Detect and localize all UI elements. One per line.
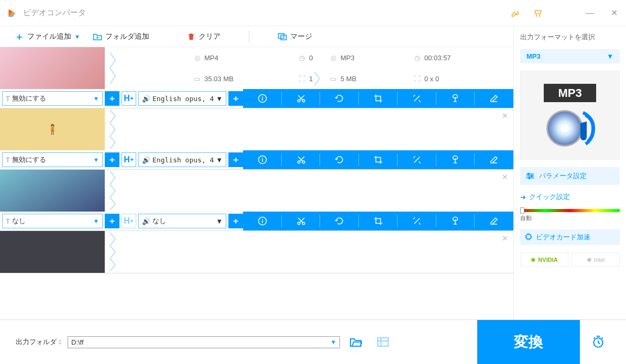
src-res: 1920 x 1080	[309, 75, 313, 83]
svg-text:i: i	[261, 218, 263, 224]
gpu-label: ビデオカード加速	[536, 233, 590, 242]
info-icon[interactable]: i	[243, 212, 282, 230]
chevron-down-icon: ▼	[93, 95, 99, 102]
item-controls: T無効にする▼ ＋ H✦ 🔊English opus, 48k▼ ＋ i	[0, 150, 513, 169]
add-audio-button[interactable]: ＋	[228, 91, 243, 106]
quality-value: 自動	[520, 214, 620, 222]
remove-item-button[interactable]: ✕	[502, 234, 508, 242]
folder-plus-icon	[93, 32, 102, 41]
parameters-button[interactable]: パラメータ設定	[520, 167, 620, 185]
app-logo-icon	[6, 7, 18, 19]
parameters-label: パラメータ設定	[539, 171, 587, 181]
info-icon[interactable]: i	[243, 89, 282, 108]
subtitle-value: なし	[12, 216, 91, 226]
edit-icon[interactable]	[475, 212, 513, 230]
clear-button[interactable]: クリア	[183, 30, 225, 43]
vendor-intel[interactable]: ◉Intel	[572, 252, 620, 267]
remove-item-button[interactable]: ✕	[502, 112, 508, 120]
list-item[interactable]: 元ファイル：Fujii Kaze - Kirari (Off... 出力ファイル…	[0, 231, 513, 273]
app-title: ビデオコンバータ	[23, 8, 511, 18]
subtitle-select[interactable]: T無効にする▼	[2, 152, 103, 167]
out-duration: 00:03:57	[424, 54, 451, 62]
window-close[interactable]: ✕	[609, 6, 620, 20]
chevron-down-icon: ▼	[93, 218, 99, 224]
svg-text:i: i	[261, 157, 263, 163]
effects-icon[interactable]	[398, 150, 436, 169]
subtitle-settings-button[interactable]: H✦	[122, 152, 136, 167]
audio-value: English opus, 48k	[152, 156, 214, 164]
add-file-button[interactable]: ＋ ファイル追加 ▼	[10, 28, 84, 45]
key-icon[interactable]	[511, 8, 521, 18]
info-icon[interactable]: i	[243, 150, 282, 169]
list-button[interactable]	[371, 337, 394, 347]
gpu-accel-button[interactable]: ビデオカード加速	[520, 229, 620, 245]
rotate-icon[interactable]	[320, 150, 359, 169]
format-select[interactable]: MP3 ▼	[520, 49, 620, 63]
slider-knob[interactable]	[520, 207, 524, 214]
arrow-icon: ➜	[520, 193, 526, 201]
crop-icon[interactable]	[359, 150, 398, 169]
timer-button[interactable]	[586, 335, 610, 349]
watermark-icon[interactable]	[436, 212, 475, 230]
effects-icon[interactable]	[398, 89, 436, 108]
add-subtitle-button[interactable]: ＋	[105, 214, 119, 228]
vendor-nvidia[interactable]: ◉NVIDIA	[520, 252, 568, 267]
remove-item-button[interactable]: ✕	[502, 173, 508, 181]
sidebar: 出力フォーマットを選択 MP3 ▼ MP3 パラメータ設定 ➜ クイック設定	[513, 26, 626, 319]
cart-icon[interactable]	[533, 8, 543, 18]
cut-icon[interactable]	[282, 89, 321, 108]
edit-icon[interactable]	[475, 89, 513, 108]
chevron-down-icon: ▼	[607, 52, 613, 60]
audio-select[interactable]: 🔊English opus, 48k▼	[138, 152, 226, 167]
rotate-icon[interactable]	[320, 212, 359, 230]
effects-icon[interactable]	[398, 212, 436, 230]
cut-icon[interactable]	[282, 150, 321, 169]
folder-icon: ▭	[193, 75, 201, 83]
plus-icon: ＋	[15, 30, 24, 43]
edit-icon[interactable]	[475, 150, 513, 169]
svg-rect-22	[526, 235, 531, 239]
rotate-icon[interactable]	[320, 89, 359, 108]
svg-point-18	[561, 124, 569, 133]
format-icon: ◎	[193, 54, 201, 62]
add-subtitle-button[interactable]: ＋	[105, 91, 119, 106]
add-audio-button[interactable]: ＋	[228, 214, 243, 228]
add-folder-button[interactable]: フォルダ追加	[89, 30, 153, 43]
list-item[interactable]: ◎MP4 ◷00:03:57 ◎MP3 ◷00:03:57 ▭35.03 MB …	[0, 47, 513, 108]
crop-icon[interactable]	[359, 89, 398, 108]
svg-rect-23	[378, 338, 388, 346]
subtitle-settings-button[interactable]: H✦	[122, 214, 136, 228]
open-folder-button[interactable]	[344, 337, 367, 347]
crop-icon[interactable]	[359, 212, 398, 230]
cut-icon[interactable]	[282, 212, 321, 230]
thumbnail	[0, 231, 105, 273]
audio-select[interactable]: 🔊なし▼	[138, 214, 226, 228]
list-item[interactable]: 🧍 元ファイル：【Ado】風のゆくえ（ウタ ... 出力ファイル：【Ado】風の…	[0, 108, 513, 170]
watermark-icon[interactable]	[436, 150, 475, 169]
merge-button[interactable]: マージ	[273, 30, 316, 43]
window-minimize[interactable]: —	[584, 6, 596, 20]
src-size: 35.03 MB	[204, 75, 234, 83]
clock-icon: ◷	[413, 54, 421, 62]
chevron-down-icon: ▼	[216, 95, 223, 103]
merge-icon	[278, 32, 287, 41]
subtitle-select[interactable]: T無効にする▼	[2, 91, 103, 106]
clear-label: クリア	[199, 32, 221, 41]
audio-select[interactable]: 🔊English opus, 48k▼	[138, 91, 226, 106]
add-audio-button[interactable]: ＋	[228, 152, 243, 167]
convert-button[interactable]: 変換	[477, 320, 580, 364]
convert-label: 変換	[514, 332, 543, 352]
list-item[interactable]: 元ファイル：DECO_27 - ヴァンパイア f... 出力ファイル：DECO_…	[0, 170, 513, 231]
quality-slider[interactable]	[520, 209, 620, 212]
audio-value: English opus, 48k	[152, 95, 214, 103]
svg-point-20	[531, 175, 533, 177]
subtitle-select[interactable]: Tなし▼	[2, 214, 103, 228]
watermark-icon[interactable]	[436, 89, 475, 108]
add-subtitle-button[interactable]: ＋	[105, 152, 119, 167]
subtitle-settings-button[interactable]: H✦	[122, 91, 136, 106]
chevron-down-icon: ▼	[93, 157, 99, 163]
out-size: 5 MB	[341, 75, 356, 83]
output-folder-input[interactable]: D:\ff ▼	[68, 336, 340, 348]
svg-text:MP3: MP3	[558, 86, 581, 100]
svg-text:i: i	[261, 95, 263, 102]
